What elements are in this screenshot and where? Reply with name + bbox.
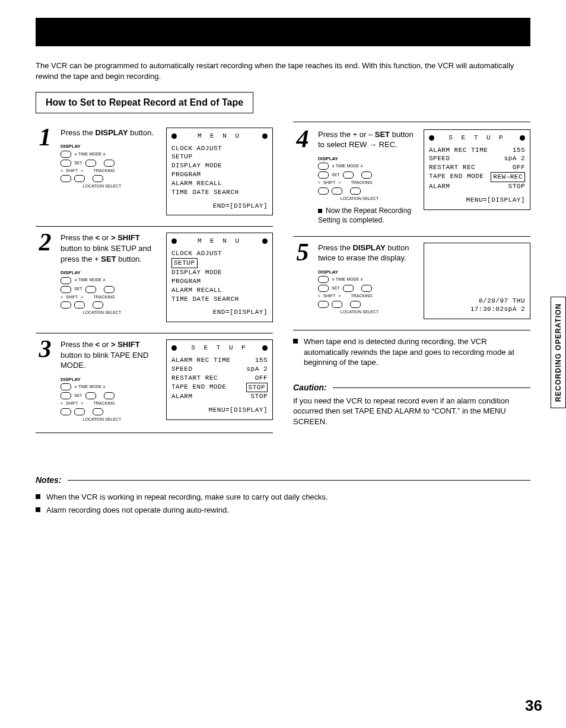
step-text: Press the < or > SHIFT button to blink S… — [61, 233, 159, 264]
remote-buttons-diagram: DISPLAY ∨ TIME MODE ∧ SET <SHIFT>TRACKIN… — [61, 270, 144, 315]
section-header-bar — [36, 18, 530, 46]
step-number: 2 — [36, 233, 55, 253]
step-4: 4 Press the + or – SET button to select … — [293, 122, 530, 237]
step-text: Press the DISPLAY button. — [61, 128, 159, 138]
step-number: 1 — [36, 128, 55, 148]
step-1: 1 Press the DISPLAY button. DISPLAY ∨ TI… — [36, 122, 273, 227]
step-5: 5 Press the DISPLAY button twice to eras… — [293, 237, 530, 331]
left-column: 1 Press the DISPLAY button. DISPLAY ∨ TI… — [36, 122, 273, 434]
note-item: When the VCR is working in repeat record… — [46, 492, 328, 503]
screen-menu-2: M E N U CLOCK ADJUST SETUP DISPLAY MODE … — [166, 233, 273, 322]
step-text: Press the + or – SET button to select RE… — [318, 129, 416, 150]
step-note: Now the Repeat Recording Setting is comp… — [318, 206, 416, 225]
caution-text: If you need the VCR to repeat record eve… — [293, 396, 530, 427]
caution-block: Caution: If you need the VCR to repeat r… — [293, 382, 530, 427]
page-number: 36 — [525, 695, 542, 716]
bullet-icon — [36, 507, 40, 512]
step-number: 5 — [293, 243, 312, 263]
step-text: Press the DISPLAY button twice to erase … — [318, 243, 416, 263]
bullet-icon — [293, 339, 298, 344]
notes-block: Notes: When the VCR is working in repeat… — [36, 475, 530, 515]
remote-buttons-diagram: DISPLAY ∨ TIME MODE ∧ SET <SHIFT>TRACKIN… — [318, 156, 401, 201]
page-title: How to Set to Repeat Record at End of Ta… — [36, 92, 253, 113]
right-column: 4 Press the + or – SET button to select … — [293, 122, 530, 434]
step-text: Press the < or > SHIFT button to blink T… — [61, 339, 159, 371]
screen-menu-1: M E N U CLOCK ADJUST SETUP DISPLAY MODE … — [166, 128, 273, 216]
info-bullet: When tape end is detected during recordi… — [293, 336, 530, 368]
bullet-icon — [36, 494, 40, 499]
step-2: 2 Press the < or > SHIFT button to blink… — [36, 227, 273, 333]
remote-buttons-diagram: DISPLAY ∨ TIME MODE ∧ SET <SHIFT>TRACKIN… — [318, 269, 401, 314]
screen-setup-3: S E T U P ALARM REC TIME15S SPEEDspA 2 R… — [166, 339, 273, 420]
section-tab: RECORDING OPERATION — [551, 297, 566, 408]
note-item: Alarm recording does not operate during … — [46, 505, 229, 516]
columns: 1 Press the DISPLAY button. DISPLAY ∨ TI… — [36, 122, 530, 434]
page: The VCR can be programmed to automatical… — [0, 0, 566, 728]
screen-setup-4: S E T U P ALARM REC TIME15S SPEEDspA 2 R… — [424, 129, 530, 210]
remote-buttons-diagram: DISPLAY ∨ TIME MODE ∧ SET <SHIFT>TRACKIN… — [61, 144, 144, 189]
notes-heading: Notes: — [36, 475, 62, 486]
remote-buttons-diagram: DISPLAY ∨ TIME MODE ∧ SET <SHIFT>TRACKIN… — [61, 377, 144, 422]
step-number: 3 — [36, 339, 55, 360]
caution-heading: Caution: — [293, 382, 327, 393]
intro-text: The VCR can be programmed to automatical… — [36, 61, 530, 81]
screen-timestamp: 8/28/97 THU 17:30:02spA 2 — [424, 243, 530, 320]
step-number: 4 — [293, 129, 312, 150]
step-3: 3 Press the < or > SHIFT button to blink… — [36, 333, 273, 433]
